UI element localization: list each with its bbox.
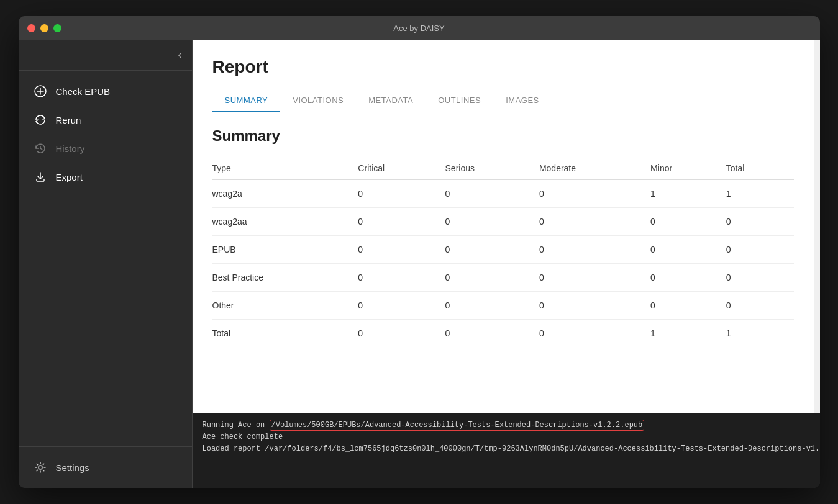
summary-title: Summary — [212, 127, 794, 145]
console-path-highlight: /Volumes/500GB/EPUBs/Advanced-Accessibil… — [270, 420, 645, 431]
cell-minor: 1 — [650, 320, 726, 348]
table-row: wcag2a00011 — [212, 180, 794, 208]
tab-outlines[interactable]: OUTLINES — [426, 89, 493, 112]
export-icon — [34, 170, 47, 184]
sidebar-item-rerun[interactable]: Rerun — [19, 106, 192, 134]
cell-type: wcag2aa — [212, 208, 358, 236]
table-row: EPUB00000 — [212, 236, 794, 264]
cell-total: 0 — [726, 208, 794, 236]
cell-serious: 0 — [445, 264, 539, 292]
col-header-type: Type — [212, 157, 358, 180]
table-row: wcag2aa00000 — [212, 208, 794, 236]
cell-moderate: 0 — [539, 292, 650, 320]
console-line-1: Running Ace on /Volumes/500GB/EPUBs/Adva… — [203, 420, 810, 431]
refresh-icon — [34, 113, 47, 127]
console-text-3: Loaded report /var/folders/f4/bs_lcm7565… — [203, 444, 820, 453]
cell-minor: 0 — [650, 208, 726, 236]
sidebar-label-rerun: Rerun — [56, 115, 81, 125]
minimize-button[interactable] — [40, 24, 48, 32]
sidebar-item-check-epub[interactable]: Check EPUB — [19, 77, 192, 106]
cell-moderate: 0 — [539, 264, 650, 292]
window-controls — [27, 24, 61, 32]
cell-type: EPUB — [212, 236, 358, 264]
cell-moderate: 0 — [539, 208, 650, 236]
cell-critical: 0 — [358, 292, 445, 320]
scrollbar[interactable] — [814, 40, 820, 413]
cell-type: Other — [212, 292, 358, 320]
app-title: Ace by DAISY — [393, 24, 444, 33]
cell-serious: 0 — [445, 180, 539, 208]
svg-point-3 — [39, 466, 42, 469]
console-line-2: Ace check complete — [203, 431, 810, 443]
table-row: Total00011 — [212, 320, 794, 348]
page-title: Report — [212, 57, 794, 77]
gear-icon — [34, 461, 47, 474]
report-content[interactable]: Summary Type Critical Serious Moderate M… — [193, 112, 814, 413]
maximize-button[interactable] — [53, 24, 61, 32]
tab-images[interactable]: IMAGES — [493, 89, 552, 112]
cell-total: 0 — [726, 292, 794, 320]
cell-serious: 0 — [445, 320, 539, 348]
titlebar: Ace by DAISY — [19, 16, 820, 40]
report-header: Report SUMMARY VIOLATIONS METADATA OUTLI… — [193, 40, 814, 112]
cell-serious: 0 — [445, 292, 539, 320]
col-header-total: Total — [726, 157, 794, 180]
cell-serious: 0 — [445, 208, 539, 236]
sidebar-label-check-epub: Check EPUB — [56, 86, 111, 97]
app-window: Ace by DAISY ‹ Check EPUB — [19, 16, 820, 488]
cell-type: wcag2a — [212, 180, 358, 208]
console-text-1: Running Ace on — [203, 421, 270, 430]
close-button[interactable] — [27, 24, 35, 32]
cell-total: 0 — [726, 264, 794, 292]
col-header-serious: Serious — [445, 157, 539, 180]
cell-type: Best Practice — [212, 264, 358, 292]
sidebar-item-settings[interactable]: Settings — [19, 453, 192, 482]
cell-critical: 0 — [358, 180, 445, 208]
tab-metadata[interactable]: METADATA — [356, 89, 426, 112]
cell-critical: 0 — [358, 208, 445, 236]
cell-serious: 0 — [445, 236, 539, 264]
collapse-button[interactable]: ‹ — [178, 48, 182, 61]
tab-violations[interactable]: VIOLATIONS — [280, 89, 356, 112]
sidebar-item-export[interactable]: Export — [19, 163, 192, 191]
col-header-minor: Minor — [650, 157, 726, 180]
console-text-2: Ace check complete — [203, 433, 283, 441]
report-scrollable-area: Report SUMMARY VIOLATIONS METADATA OUTLI… — [193, 40, 820, 413]
cell-type: Total — [212, 320, 358, 348]
content-area: Report SUMMARY VIOLATIONS METADATA OUTLI… — [193, 40, 820, 488]
tabs: SUMMARY VIOLATIONS METADATA OUTLINES IMA… — [212, 89, 794, 112]
cell-total: 1 — [726, 180, 794, 208]
cell-minor: 0 — [650, 264, 726, 292]
report-area: Report SUMMARY VIOLATIONS METADATA OUTLI… — [193, 40, 814, 413]
sidebar-nav: Check EPUB Rerun — [19, 71, 192, 446]
cell-total: 1 — [726, 320, 794, 348]
sidebar-label-history: History — [56, 143, 85, 154]
col-header-critical: Critical — [358, 157, 445, 180]
cell-minor: 1 — [650, 180, 726, 208]
table-row: Other00000 — [212, 292, 794, 320]
cell-minor: 0 — [650, 292, 726, 320]
cell-moderate: 0 — [539, 320, 650, 348]
cell-total: 0 — [726, 236, 794, 264]
sidebar-bottom: Settings — [19, 446, 192, 488]
cell-moderate: 0 — [539, 236, 650, 264]
main-content: ‹ Check EPUB — [19, 40, 820, 488]
console-line-3: Loaded report /var/folders/f4/bs_lcm7565… — [203, 443, 810, 455]
cell-minor: 0 — [650, 236, 726, 264]
sidebar: ‹ Check EPUB — [19, 40, 193, 488]
cell-critical: 0 — [358, 236, 445, 264]
sidebar-item-history[interactable]: History — [19, 134, 192, 163]
cell-moderate: 0 — [539, 180, 650, 208]
summary-table: Type Critical Serious Moderate Minor Tot… — [212, 157, 794, 347]
sidebar-collapse-area: ‹ — [19, 40, 192, 71]
tab-summary[interactable]: SUMMARY — [212, 89, 281, 112]
cell-critical: 0 — [358, 264, 445, 292]
table-row: Best Practice00000 — [212, 264, 794, 292]
sidebar-label-export: Export — [56, 172, 83, 182]
col-header-moderate: Moderate — [539, 157, 650, 180]
plus-circle-icon — [34, 84, 47, 98]
sidebar-label-settings: Settings — [56, 462, 89, 473]
cell-critical: 0 — [358, 320, 445, 348]
history-icon — [34, 142, 47, 155]
console-area: Running Ace on /Volumes/500GB/EPUBs/Adva… — [193, 413, 820, 488]
